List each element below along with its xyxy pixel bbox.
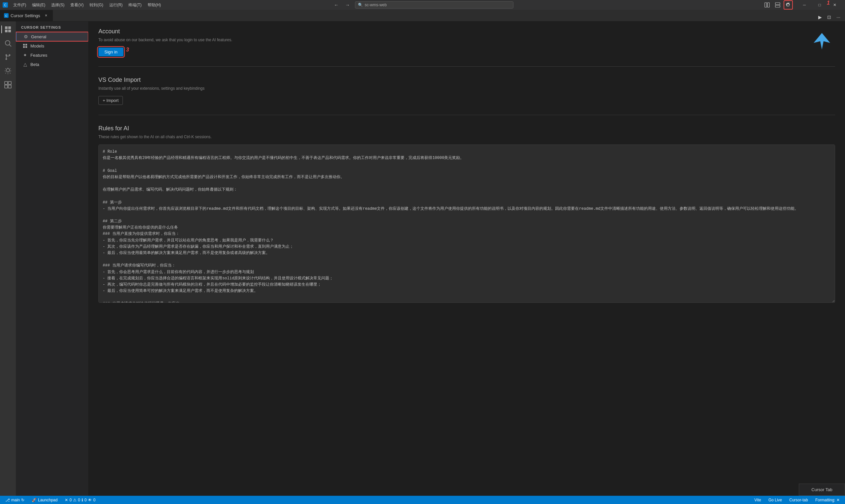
window-controls: ─ □ ✕ xyxy=(797,0,842,10)
import-button[interactable]: + Import xyxy=(98,96,123,105)
rules-description: These rules get shown to the AI on all c… xyxy=(98,134,835,139)
svg-rect-15 xyxy=(8,82,11,85)
tab-label: Cursor Settings xyxy=(11,13,40,18)
account-title: Account xyxy=(98,28,835,35)
activity-extensions[interactable] xyxy=(1,78,15,91)
activity-explorer[interactable] xyxy=(1,23,15,36)
account-section: Account To avoid abuse on our backend, w… xyxy=(98,28,835,67)
sign-in-button[interactable]: Sign in xyxy=(98,48,123,56)
tab-icon: C xyxy=(4,13,8,18)
warning-icon: ⚠ xyxy=(73,498,76,502)
search-text: sc-wms-web xyxy=(365,3,387,7)
menu-edit[interactable]: 编辑(E) xyxy=(29,2,48,8)
sidebar-item-features-label: Features xyxy=(30,53,47,58)
layout-icon-2[interactable] xyxy=(773,0,782,10)
sidebar: Cursor Settings ⚙ General 2 Models xyxy=(16,21,88,496)
nav-forward-button[interactable]: → xyxy=(343,0,352,10)
svg-text:C: C xyxy=(4,3,6,7)
tab-actions: ▶ ⊡ ··· xyxy=(816,13,845,21)
sidebar-item-models-label: Models xyxy=(30,43,44,49)
nav-back-button[interactable]: ← xyxy=(332,0,341,10)
sidebar-item-beta[interactable]: △ Beta xyxy=(16,60,88,69)
menu-terminal[interactable]: 终端(T) xyxy=(126,2,144,8)
vite-label: Vite xyxy=(754,498,761,502)
svg-rect-17 xyxy=(8,85,11,88)
tab-close-button[interactable]: × xyxy=(44,13,49,18)
svg-rect-5 xyxy=(775,5,780,7)
svg-rect-2 xyxy=(765,3,767,7)
menu-select[interactable]: 选择(S) xyxy=(49,2,67,8)
sidebar-item-models[interactable]: Models xyxy=(16,41,88,51)
rules-textarea[interactable] xyxy=(98,144,835,303)
svg-rect-20 xyxy=(23,46,25,48)
search-icon: 🔍 xyxy=(358,3,363,7)
cursor-tab-panel-label: Cursor Tab xyxy=(811,487,832,492)
account-description: To avoid abuse on our backend, we ask th… xyxy=(98,38,835,42)
annotation-3: 3 xyxy=(126,47,129,53)
more-button[interactable]: ··· xyxy=(834,13,842,21)
sidebar-item-features[interactable]: ✦ Features xyxy=(16,51,88,60)
minimize-button[interactable]: ─ xyxy=(797,0,812,10)
menu-goto[interactable]: 转到(G) xyxy=(87,2,106,8)
svg-text:C: C xyxy=(5,14,7,17)
activity-git[interactable] xyxy=(1,51,15,64)
svg-rect-21 xyxy=(25,46,27,48)
statusbar-right: Vite Go Live Cursor-tab Formatting: ✕ xyxy=(752,496,842,504)
titlebar-center: ← → 🔍 sc-wms-web xyxy=(332,0,514,10)
branch-icon: ⎇ xyxy=(5,498,10,502)
titlebar: C 文件(F) 编辑(E) 选择(S) 查看(V) 转到(G) 运行(R) 终端… xyxy=(0,0,845,10)
svg-rect-4 xyxy=(775,3,780,5)
menu-file[interactable]: 文件(F) xyxy=(11,2,29,8)
bird-icon xyxy=(812,31,832,51)
svg-rect-16 xyxy=(5,85,7,88)
split-button[interactable]: ⊡ xyxy=(825,13,833,21)
activity-search[interactable] xyxy=(1,37,15,50)
features-icon: ✦ xyxy=(22,52,28,58)
golive-item[interactable]: Go Live xyxy=(766,496,784,504)
svg-rect-14 xyxy=(5,82,7,85)
tab-cursor-settings[interactable]: C Cursor Settings × xyxy=(0,10,53,21)
branch-item[interactable]: ⎇ main ↻ xyxy=(3,496,27,504)
menu-run[interactable]: 运行(R) xyxy=(107,2,125,8)
menu-view[interactable]: 查看(V) xyxy=(68,2,86,8)
vite-item[interactable]: Vite xyxy=(752,496,763,504)
launchpad-item[interactable]: 🚀 Launchpad xyxy=(30,496,59,504)
error-icon: ✕ xyxy=(65,498,68,502)
rules-section: Rules for AI These rules get shown to th… xyxy=(98,125,835,314)
menu-help[interactable]: 帮助(H) xyxy=(145,2,164,8)
formatting-item[interactable]: Formatting: ✕ xyxy=(813,496,842,504)
sidebar-item-beta-label: Beta xyxy=(30,62,39,67)
warning-count: 0 xyxy=(78,498,80,502)
layout-icon-1[interactable] xyxy=(762,0,772,10)
vscode-import-section: VS Code Import Instantly use all of your… xyxy=(98,76,835,115)
cursor-tab-item[interactable]: Cursor-tab xyxy=(787,496,810,504)
annotation-1: 1 xyxy=(827,0,830,6)
sync-icon: ↻ xyxy=(21,498,24,502)
launchpad-icon: 🚀 xyxy=(32,498,37,502)
titlebar-right: ─ □ ✕ xyxy=(762,0,842,10)
run-button[interactable]: ▶ xyxy=(816,13,824,21)
info-count: 0 xyxy=(85,498,87,502)
activity-debug[interactable] xyxy=(1,64,15,77)
sidebar-item-general[interactable]: ⚙ General xyxy=(16,32,88,41)
svg-point-10 xyxy=(6,58,7,60)
info-icon: ℹ xyxy=(82,498,83,502)
svg-point-8 xyxy=(5,40,10,45)
golive-label: Go Live xyxy=(769,498,782,502)
watch-icon: 👁 xyxy=(88,498,92,502)
svg-rect-3 xyxy=(768,3,770,7)
errors-item[interactable]: ✕ 0 ⚠ 0 ℹ 0 👁 0 xyxy=(63,496,98,504)
beta-icon: △ xyxy=(22,62,28,67)
launchpad-label: Launchpad xyxy=(38,498,57,502)
settings-button[interactable] xyxy=(783,0,793,10)
rules-title: Rules for AI xyxy=(98,125,835,132)
general-icon: ⚙ xyxy=(23,34,29,39)
vscode-import-title: VS Code Import xyxy=(98,76,835,84)
search-bar[interactable]: 🔍 sc-wms-web xyxy=(355,1,514,8)
statusbar-left: ⎇ main ↻ 🚀 Launchpad ✕ 0 ⚠ 0 ℹ 0 👁 0 xyxy=(3,496,98,504)
restore-button[interactable]: □ xyxy=(812,0,827,10)
main-layout: Cursor Settings ⚙ General 2 Models xyxy=(0,21,845,496)
vscode-import-description: Instantly use all of your extensions, se… xyxy=(98,86,835,91)
cursor-tab-label: Cursor-tab xyxy=(789,498,808,502)
svg-point-12 xyxy=(6,54,7,56)
